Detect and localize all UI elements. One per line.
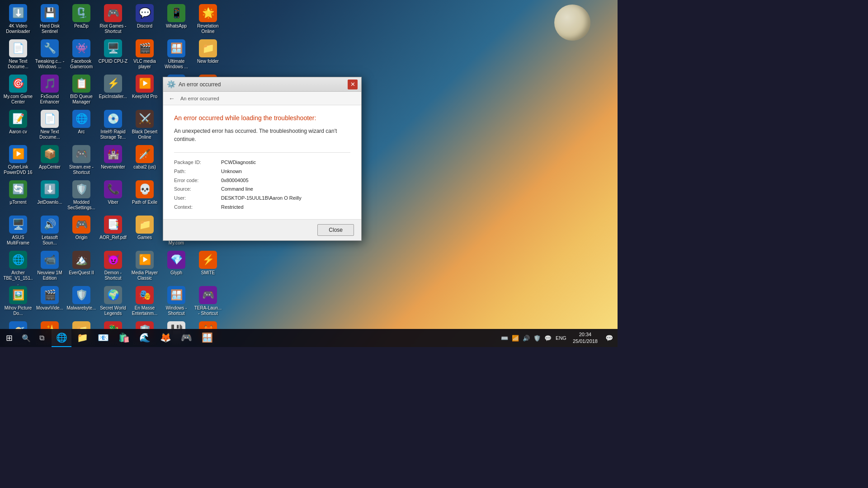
tray-keyboard[interactable]: ⌨️ — [500, 329, 509, 347]
taskbar-pinned-apps: 🌐 📁 📧 🛍️ 🌊 🦊 🎮 🪟 — [52, 329, 217, 347]
icon-image-keepvid-pro: ▶️ — [136, 75, 154, 93]
icon-image-new-text-doc: 📄 — [9, 39, 27, 57]
desktop-icon-malwarebytes[interactable]: 🛡️Malwarebyte... — [66, 284, 97, 319]
desktop-icon-cabal2[interactable]: 🗡️cabal2 (us) — [129, 143, 160, 178]
icon-label-peazip: PeaZip — [74, 23, 89, 29]
system-clock[interactable]: 20:34 25/01/2018 — [569, 329, 601, 347]
user-label: User: — [174, 194, 219, 203]
language-indicator[interactable]: ENG — [554, 335, 568, 341]
desktop-icon-discord[interactable]: 💬Discord — [129, 2, 160, 38]
icon-label-epic-installer: EpicInstaller... — [99, 94, 127, 99]
error-code-label: Error code: — [174, 176, 219, 185]
desktop-icon-4k-video[interactable]: ⬇️4K Video Downloader — [2, 2, 34, 38]
desktop-icon-arc[interactable]: 🌐Arc — [66, 108, 97, 143]
icon-image-vlc-media: 🎬 — [136, 39, 154, 57]
desktop-icon-new-folder1[interactable]: 📁New folder — [192, 38, 224, 73]
taskbar-pin-mail[interactable]: 📧 — [93, 329, 113, 347]
taskbar-pin-explorer[interactable]: 📁 — [72, 329, 92, 347]
taskbar-pin-game[interactable]: 🎮 — [176, 329, 196, 347]
dialog-close-button[interactable]: ✕ — [348, 80, 358, 89]
close-button[interactable]: Close — [317, 224, 354, 236]
desktop-icon-appcenter[interactable]: 📦AppCenter — [34, 143, 66, 178]
taskbar-pin-firefox[interactable]: 🦊 — [156, 329, 175, 347]
desktop-icon-vlc-media[interactable]: 🎬VLC media player — [129, 38, 160, 73]
desktop-icon-black-desert[interactable]: ⚔️Black Desert Online — [129, 108, 160, 143]
desktop-icon-path-of-exile[interactable]: 💀Path of Exile — [129, 178, 160, 214]
desktop-icon-hard-disk-sentinel[interactable]: 💾Hard Disk Sentinel — [34, 2, 66, 38]
desktop-icon-viber[interactable]: 📞Viber — [97, 178, 129, 214]
desktop-icon-neuview-1m[interactable]: 📹Neuview 1M Edition — [34, 249, 66, 284]
start-button[interactable]: ⊞ — [0, 329, 18, 347]
icon-label-keepvid-pro: KeepVid Pro — [132, 94, 157, 99]
desktop-icon-tweaking[interactable]: 🔧Tweaking.c... - Windows ... — [34, 38, 66, 73]
desktop-icon-intel-rapid[interactable]: 💿Intel® Rapid Storage Te... — [97, 108, 129, 143]
detail-row-source: Source: Command line — [174, 185, 350, 194]
taskbar-pin-edge[interactable]: 🌐 — [52, 329, 71, 347]
desktop-icon-neverwinter[interactable]: 🏰Neverwinter — [97, 143, 129, 178]
desktop-icon-en-masse[interactable]: 🎭En Masse Entertainm... — [129, 284, 160, 319]
icon-image-en-masse: 🎭 — [136, 286, 154, 304]
desktop-icon-riot-games[interactable]: 🎮Riot Games - Shortcut — [97, 2, 129, 38]
taskbar-pin-win[interactable]: 🪟 — [197, 329, 217, 347]
desktop-icon-tera-launcher[interactable]: 🎮TERA-Laun... - Shortcut — [192, 284, 224, 319]
desktop-icon-fxsound[interactable]: 🎵FxSound Enhancer — [34, 73, 66, 108]
desktop-icon-ultimate-windows[interactable]: 🪟Ultimate Windows ... — [160, 38, 192, 73]
desktop-icon-mycom-game-center[interactable]: 🎯My.com Game Center — [2, 73, 34, 108]
desktop-icon-demon-shortcut[interactable]: 😈Demon - Shortcut — [97, 249, 129, 284]
desktop-icon-aaron-cv[interactable]: 📝Aaron cv — [2, 108, 34, 143]
task-view-button[interactable]: ⧉ — [34, 329, 50, 347]
icon-image-epic-installer: ⚡ — [104, 75, 122, 93]
search-button[interactable]: 🔍 — [18, 329, 34, 347]
desktop-icon-peazip[interactable]: 🗜️PeaZip — [66, 2, 97, 38]
desktop-icon-revelation-online[interactable]: 🌟Revelation Online — [192, 2, 224, 38]
dialog-back-button[interactable]: ← — [167, 94, 177, 103]
dialog-title-icon: ⚙️ — [167, 80, 176, 89]
desktop-icon-aor-ref[interactable]: 📑AOR_Ref.pdf — [97, 214, 129, 249]
tray-message[interactable]: 💬 — [543, 329, 553, 347]
icon-image-neverwinter: 🏰 — [104, 145, 122, 163]
desktop-icon-keepvid-pro[interactable]: ▶️KeepVid Pro — [129, 73, 160, 108]
desktop-icon-cyberlink[interactable]: ▶️CyberLink PowerDVD 16 — [2, 143, 34, 178]
tray-network[interactable]: 📶 — [510, 329, 520, 347]
icon-label-aaron-cv: Aaron cv — [9, 129, 27, 135]
desktop-icon-epic-installer[interactable]: ⚡EpicInstaller... — [97, 73, 129, 108]
desktop-icon-new-text-doc[interactable]: 📄New Text Docume... — [2, 38, 34, 73]
desktop-icon-letasoft[interactable]: 🔊Letasoft Soun... — [34, 214, 66, 249]
desktop-icon-games[interactable]: 📁Games — [129, 214, 160, 249]
desktop-icon-media-player[interactable]: ▶️Media Player Classic — [129, 249, 160, 284]
desktop-icon-mihov-picture[interactable]: 🖼️Mihov Picture Do... — [2, 284, 34, 319]
icon-label-ultimate-windows: Ultimate Windows ... — [161, 59, 191, 70]
desktop-icon-cpuid[interactable]: 🖥️CPUID CPU-Z — [97, 38, 129, 73]
desktop-icon-everquest2[interactable]: 🏔️EverQuest II — [66, 249, 97, 284]
desktop-icon-glyph[interactable]: 💎Glyph — [160, 249, 192, 284]
notification-button[interactable]: 💬 — [602, 329, 616, 347]
desktop-icon-jetdownloads[interactable]: ⬇️JetDownlo... — [34, 178, 66, 214]
icon-label-smite: SMITE — [201, 270, 215, 276]
desktop-icon-archer-tbe[interactable]: 🌐Archer TBE_V1_151... — [2, 249, 34, 284]
desktop-icon-whatsapp[interactable]: 📱WhatsApp — [160, 2, 192, 38]
desktop-icon-steam-shortcut[interactable]: 🎮Steam.exe - Shortcut — [66, 143, 97, 178]
desktop-icon-smite[interactable]: ⚡SMITE — [192, 249, 224, 284]
desktop-icon-facebook-gameroom[interactable]: 👾Facebook Gameroom — [66, 38, 97, 73]
desktop-icon-new-text-doc2[interactable]: 📄New Text Docume... — [34, 108, 66, 143]
tray-security[interactable]: 🛡️ — [532, 329, 542, 347]
desktop-icon-windows-shortcut[interactable]: 🪟Windows - Shortcut — [160, 284, 192, 319]
source-label: Source: — [174, 185, 219, 194]
desktop-icon-movavi-video[interactable]: 🎬MovaviVide... — [34, 284, 66, 319]
desktop-icon-utorrent[interactable]: 🔄µTorrent — [2, 178, 34, 214]
path-value: Unknown — [221, 167, 350, 176]
taskbar-pin-chrome[interactable]: 🌊 — [135, 329, 155, 347]
icon-label-jetdownloads: JetDownlo... — [37, 200, 62, 205]
desktop-icon-origin[interactable]: 🎮Origin — [66, 214, 97, 249]
desktop-icon-secret-world[interactable]: 🌍Secret World Legends — [97, 284, 129, 319]
dialog-details: Package ID: PCWDiagnostic Path: Unknown … — [174, 152, 350, 212]
icon-image-origin: 🎮 — [72, 216, 90, 234]
icon-image-neuview-1m: 📹 — [41, 251, 59, 269]
tray-sound[interactable]: 🔊 — [521, 329, 531, 347]
desktop-icon-modded-secsettings[interactable]: 🛡️Modded SecSettings... — [66, 178, 97, 214]
desktop-icon-bid-queue[interactable]: 📋BID Queue Manager — [66, 73, 97, 108]
icon-label-new-folder1: New folder — [197, 59, 219, 64]
error-dialog[interactable]: ⚙️ An error occurred ✕ ← An error occurr… — [163, 77, 362, 241]
desktop-icon-asus-multiframe[interactable]: 🖥️ASUS MultiFrame — [2, 214, 34, 249]
taskbar-pin-store[interactable]: 🛍️ — [114, 329, 134, 347]
